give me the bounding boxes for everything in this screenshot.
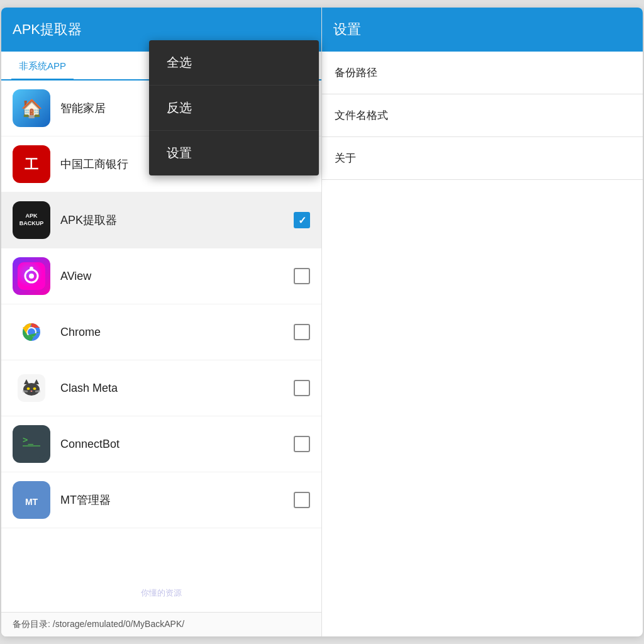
context-menu-select-all[interactable]: 全选 — [149, 40, 319, 86]
app-icon-mt: MT — [13, 481, 50, 519]
app-row-apkbackup[interactable]: APKBACKUP APK提取器 — [1, 192, 321, 248]
app-row-clashmeta[interactable]: Clash Meta — [1, 360, 321, 416]
settings-item-file-format[interactable]: 文件名格式 — [322, 94, 643, 137]
svg-point-15 — [33, 387, 36, 390]
app-icon-chrome — [13, 313, 50, 351]
app-row-connectbot[interactable]: >_ ConnectBot — [1, 416, 321, 472]
app-name-aview: AView — [60, 270, 294, 283]
app-name-clashmeta: Clash Meta — [60, 382, 294, 395]
checkbox-aview[interactable] — [294, 268, 310, 284]
svg-text:>_: >_ — [23, 435, 33, 445]
app-icon-connectbot: >_ — [13, 425, 50, 463]
checkbox-mt[interactable] — [294, 492, 310, 508]
right-panel: 设置 备份路径 文件名格式 关于 — [322, 8, 643, 636]
checkbox-connectbot[interactable] — [294, 436, 310, 452]
settings-item-backup-path[interactable]: 备份路径 — [322, 52, 643, 94]
checkbox-chrome[interactable] — [294, 324, 310, 340]
svg-point-4 — [29, 274, 34, 279]
tab-non-system[interactable]: 非系统APP — [11, 57, 74, 80]
context-menu-settings[interactable]: 设置 — [149, 131, 319, 175]
svg-point-16 — [31, 391, 33, 392]
svg-text:MT: MT — [25, 497, 38, 507]
status-text: 备份目录: /storage/emulated/0/MyBackAPK/ — [13, 619, 184, 629]
checkbox-clashmeta[interactable] — [294, 380, 310, 396]
svg-point-5 — [30, 267, 33, 270]
checkbox-apkbackup[interactable] — [294, 212, 310, 228]
app-icon-aview — [13, 257, 50, 295]
app-row-aview[interactable]: AView — [1, 248, 321, 304]
app-name-apkbackup: APK提取器 — [60, 213, 294, 228]
right-header: 设置 — [322, 8, 643, 52]
svg-rect-23 — [23, 445, 40, 447]
app-row-mt[interactable]: MT MT管理器 — [1, 472, 321, 528]
app-container: APK提取器 非系统APP 🏠 智能家居 工 — [1, 8, 643, 636]
app-row-chrome[interactable]: Chrome — [1, 304, 321, 360]
svg-point-11 — [23, 383, 40, 396]
right-title: 设置 — [333, 21, 361, 37]
settings-list: 备份路径 文件名格式 关于 — [322, 52, 643, 636]
app-icon-icbc: 工 — [13, 145, 50, 183]
app-name-chrome: Chrome — [60, 326, 294, 339]
settings-item-about[interactable]: 关于 — [322, 137, 643, 180]
left-panel: APK提取器 非系统APP 🏠 智能家居 工 — [1, 8, 322, 636]
svg-text:工: 工 — [25, 157, 38, 172]
context-menu-invert[interactable]: 反选 — [149, 86, 319, 131]
app-name-mt: MT管理器 — [60, 492, 294, 508]
status-bar: 备份目录: /storage/emulated/0/MyBackAPK/ — [1, 612, 321, 636]
app-icon-smarthome: 🏠 — [13, 89, 50, 127]
app-icon-apkbackup: APKBACKUP — [13, 201, 50, 239]
svg-point-14 — [27, 387, 30, 390]
app-name-connectbot: ConnectBot — [60, 438, 294, 451]
left-title: APK提取器 — [13, 21, 82, 37]
context-menu: 全选 反选 设置 — [149, 40, 319, 175]
app-icon-clashmeta — [13, 369, 50, 407]
